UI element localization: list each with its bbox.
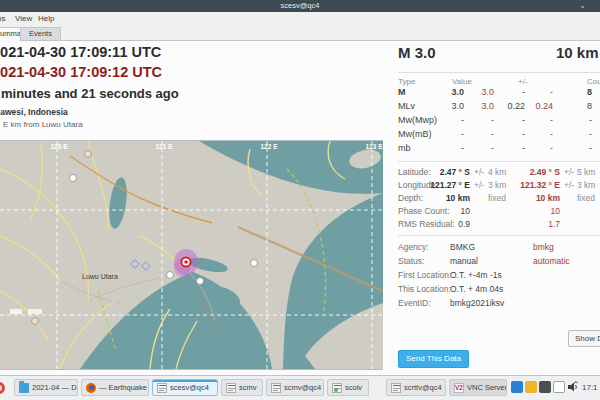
magnitude-row: Mw(mB) - - - - - <box>398 129 600 143</box>
taskbar-button-label: — Earthquake ... <box>99 380 149 396</box>
origin-err-auto: 5 km <box>577 167 595 177</box>
mag-count: 8 <box>553 101 592 115</box>
mag-err: - <box>494 87 525 101</box>
meta-row-this-location: This Location: O.T. + 4m 04s <box>398 284 600 298</box>
show-details-button[interactable]: Show Details <box>568 330 600 347</box>
mag-count: - <box>553 143 592 157</box>
window-titlebar[interactable]: scesv@qc4 ⌄ <box>0 0 600 12</box>
send-this-data-button[interactable]: Send This Data <box>398 350 469 368</box>
origin-value-auto: 2.49 ° S <box>490 167 560 177</box>
menu-item-view[interactable]: View <box>15 14 32 23</box>
event-map[interactable]: 120 E 121 E 122 E 123 E Luwu Utara <box>0 140 383 370</box>
divider <box>398 72 600 73</box>
origin-value-auto: 121.32 ° E <box>490 180 560 190</box>
mag-type: M <box>398 87 448 101</box>
magnitude-headline: M 3.0 <box>398 44 436 61</box>
taskbar-button-scrttv[interactable]: scrttv@qc4 <box>386 379 446 396</box>
menu-item-help[interactable]: Help <box>38 14 54 23</box>
map-road-chip <box>10 309 22 314</box>
vnc-icon: V2 <box>454 383 464 393</box>
magnitude-row: Mw(Mwp) - - - - - <box>398 115 600 129</box>
seiscomp-app-icon <box>226 383 236 393</box>
origin-value: 10 <box>398 206 470 216</box>
origin-value: 2.47 ° S <box>398 167 470 177</box>
menubar: Options View Help <box>0 12 600 26</box>
taskbar-button-scolv[interactable]: scolv <box>327 379 369 396</box>
mag-err: - <box>494 143 525 157</box>
map-place-label: Luwu Utara <box>82 273 118 280</box>
origin-err-auto: fixed <box>577 193 595 203</box>
meta-value: O.T. +-4m -1s <box>450 270 502 280</box>
meta-label: This Location: <box>398 284 451 294</box>
lon-label-121e: 121 E <box>156 143 174 150</box>
taskbar-button-label: scmv <box>239 380 257 396</box>
meta-value: BMKG <box>450 242 475 252</box>
window-title: scesv@qc4 <box>281 1 320 10</box>
meta-row-eventid: EventID: bmkg2021iksv <box>398 298 600 312</box>
mag-type: mb <box>398 143 448 157</box>
taskbar-clock: 17:1 <box>582 383 598 392</box>
taskbar-button-scesv[interactable]: scesv@qc4 <box>152 379 218 396</box>
mag-value: - <box>448 143 464 157</box>
mag-err-auto: - <box>525 143 553 157</box>
taskbar-button-scmv[interactable]: scmv <box>221 379 263 396</box>
taskbar-button-label: VNC Server <box>467 380 507 396</box>
mag-value: - <box>448 115 464 129</box>
menu-item-options[interactable]: Options <box>0 14 6 23</box>
taskbar: 2021-04 — D... — Earthquake ... scesv@qc… <box>0 375 600 400</box>
tray-expand-icon[interactable]: ⌃ <box>572 380 580 390</box>
col-header-type: Type <box>398 77 415 86</box>
origin-pm: +/- <box>474 167 484 177</box>
meta-value-auto: bmkg <box>533 242 554 252</box>
origin-value-auto: 1.7 <box>490 219 560 229</box>
col-header-value: Value <box>452 77 472 86</box>
mag-err-auto: - <box>525 115 553 129</box>
mag-value: 3.0 <box>448 87 464 101</box>
origin-row-rms: RMS Residual: 0.9 1.7 <box>398 219 600 232</box>
tray-workspace-icon[interactable] <box>539 381 551 393</box>
region-name: Sulawesi, Indonesia <box>0 107 68 117</box>
seiscomp-app-icon-green <box>332 383 342 393</box>
time-ago: minutes and 21 seconds ago <box>1 86 179 101</box>
magnitude-row: M 3.0 3.0 - - 8 <box>398 87 600 101</box>
meta-value: O.T. + 4m 04s <box>450 284 503 294</box>
magnitude-row: MLv 3.0 3.0 0.22 0.24 8 <box>398 101 600 115</box>
mag-value: - <box>448 129 464 143</box>
mag-value-auto: 3.0 <box>464 101 494 115</box>
mag-type: MLv <box>398 101 448 115</box>
meta-label: Status: <box>398 256 424 266</box>
mag-err: 0.22 <box>494 101 525 115</box>
tab-events[interactable]: Events <box>20 27 61 41</box>
meta-value: manual <box>450 256 478 266</box>
lon-label-120e: 120 E <box>51 143 69 150</box>
taskbar-button-vnc-server[interactable]: V2 VNC Server <box>449 379 507 396</box>
firefox-icon <box>86 383 96 393</box>
window-shade-icon[interactable]: ⌄ <box>579 0 586 12</box>
origin-err-auto: 3 km <box>577 180 595 190</box>
magnitude-row: mb - - - - - <box>398 143 600 157</box>
tray-notifier-icon[interactable] <box>525 381 537 393</box>
taskbar-button-firefox[interactable]: — Earthquake ... <box>81 379 149 396</box>
meta-row-agency: Agency: BMKG bmkg <box>398 242 600 256</box>
mag-err-auto: 0.24 <box>525 101 553 115</box>
folder-icon <box>19 383 29 393</box>
divider <box>398 235 600 236</box>
mag-value-auto: - <box>464 115 494 129</box>
taskbar-button-file-manager[interactable]: 2021-04 — D... <box>14 379 78 396</box>
origin-row-phase-count: Phase Count: 10 10 <box>398 206 600 219</box>
taskbar-button-scmv-qc4[interactable]: scmv@qc4 <box>266 379 324 396</box>
depth-headline: 10 km <box>556 44 599 61</box>
mag-count: - <box>553 129 592 143</box>
distance-description: E km from Luwu Utara <box>3 120 83 129</box>
notification-circle-icon[interactable] <box>0 382 5 394</box>
mag-value: 3.0 <box>448 101 464 115</box>
tray-network-icon[interactable] <box>511 381 523 393</box>
origin-time-automatic: 2021-04-30 17:09:12 UTC <box>0 64 162 80</box>
origin-pm-auto: +/- <box>564 180 574 190</box>
taskbar-button-label: scesv@qc4 <box>170 380 209 396</box>
taskbar-button-label: scolv <box>345 380 362 396</box>
meta-row-status: Status: manual automatic <box>398 256 600 270</box>
map-road-chip <box>28 309 42 314</box>
meta-label: EventID: <box>398 298 431 308</box>
tray-clipboard-icon[interactable] <box>553 381 565 393</box>
